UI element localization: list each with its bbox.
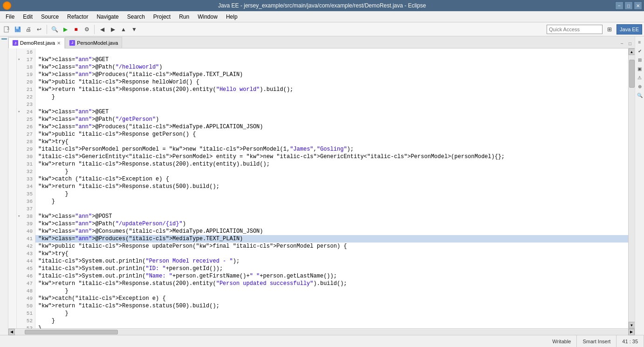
scroll-thumb[interactable] <box>629 60 635 88</box>
maximize-button[interactable]: □ <box>624 1 633 10</box>
code-line[interactable]: "kw">public "italic-cls">Response getPer… <box>35 131 628 138</box>
code-line[interactable]: "kw">class="ann">@POST <box>35 213 628 220</box>
menu-help[interactable]: Help <box>222 13 241 21</box>
open-perspective-button[interactable]: ⊞ <box>604 24 615 35</box>
code-line[interactable]: "kw">class="ann">@Path("/getPerson") <box>35 116 628 123</box>
menu-window[interactable]: Window <box>194 13 221 21</box>
code-line[interactable]: "italic-cls">System.out.println("ID: "+p… <box>35 265 628 272</box>
code-line[interactable] <box>35 49 628 56</box>
code-line[interactable]: "kw">class="ann">@Produces("italic-cls">… <box>35 71 628 78</box>
menu-refactor[interactable]: Refactor <box>63 13 92 21</box>
tab-personmodel-icon: J <box>69 40 75 46</box>
code-line[interactable]: "italic-cls">PersonModel personModel = "… <box>35 146 628 153</box>
line-number: 41 <box>17 235 35 243</box>
line-number: 32 <box>17 168 35 175</box>
menu-file[interactable]: File <box>2 13 18 21</box>
tb-build-button[interactable]: ⚙ <box>82 24 92 35</box>
tab-demorest-close[interactable]: ✕ <box>57 41 61 46</box>
rs-outline-icon[interactable]: ≡ <box>636 38 644 46</box>
code-line[interactable]: } <box>35 198 628 205</box>
code-line[interactable]: "kw">class="ann">@GET <box>35 56 628 63</box>
quick-access-input[interactable] <box>547 25 603 34</box>
fold-indicator[interactable]: ▾ <box>18 56 20 63</box>
code-line[interactable]: "kw">return "italic-cls">Response.status… <box>35 183 628 190</box>
gutter-icon-1 <box>1 38 7 40</box>
gutter-line <box>8 287 16 295</box>
tb-next-button[interactable]: ▶ <box>108 24 118 35</box>
tab-minimize-button[interactable]: − <box>618 40 626 47</box>
menu-edit[interactable]: Edit <box>19 13 36 21</box>
code-line[interactable]: "kw">public "italic-cls">Response helloW… <box>35 78 628 86</box>
code-line[interactable]: "kw">class="ann">@Produces("italic-cls">… <box>35 123 628 131</box>
rs-task-icon[interactable]: ✔ <box>636 47 644 55</box>
scroll-down-arrow[interactable]: ▼ <box>629 322 635 328</box>
menu-navigate[interactable]: Navigate <box>93 13 122 21</box>
line-number: 19 <box>17 71 35 78</box>
fold-indicator[interactable]: ▾ <box>18 213 20 220</box>
tab-personmodel[interactable]: J PersonModel.java <box>65 37 122 48</box>
code-line[interactable]: "italic-cls">GenericEntity<"italic-cls">… <box>35 153 628 160</box>
rs-bookmarks-icon[interactable]: ⊞ <box>636 56 644 63</box>
h-scroll-left-arrow[interactable]: ◀ <box>8 329 15 335</box>
code-line[interactable]: } <box>35 93 628 101</box>
code-line[interactable]: "kw">class="ann">@GET <box>35 108 628 116</box>
code-line[interactable]: } <box>35 190 628 198</box>
code-line[interactable]: "italic-cls">System.out.println("Name: "… <box>35 272 628 280</box>
code-line[interactable]: "kw">return "italic-cls">Response.status… <box>35 86 628 93</box>
tb-save-button[interactable] <box>13 24 23 35</box>
code-line[interactable]: "kw">try{ <box>35 250 628 257</box>
tb-stop-button[interactable]: ■ <box>71 24 81 35</box>
h-scroll-right-arrow[interactable]: ▶ <box>628 329 635 335</box>
code-line[interactable]: } <box>35 310 628 317</box>
tb-new-button[interactable] <box>2 24 12 35</box>
status-insert-mode: Smart Insert <box>577 335 617 347</box>
code-line[interactable]: } <box>35 168 628 175</box>
h-scroll-track[interactable] <box>15 329 628 335</box>
fold-indicator[interactable]: ▾ <box>18 108 20 116</box>
tb-prev-button[interactable]: ◀ <box>97 24 107 35</box>
minimize-button[interactable]: − <box>615 1 623 10</box>
tb-history-button[interactable]: ↩ <box>34 24 44 35</box>
rs-problems-icon[interactable]: ⚠ <box>636 74 644 81</box>
code-line[interactable]: "kw">return "italic-cls">Response.status… <box>35 302 628 310</box>
code-line[interactable]: "kw">class="ann">@Consumes("italic-cls">… <box>35 228 628 235</box>
menu-search[interactable]: Search <box>123 13 149 21</box>
menu-source[interactable]: Source <box>37 13 62 21</box>
tb-run-button[interactable]: ▶ <box>60 24 70 35</box>
code-line[interactable]: "kw">catch("italic-cls">Exception e) { <box>35 295 628 302</box>
tab-maximize-button[interactable]: □ <box>626 40 634 47</box>
code-content[interactable]: "kw">class="ann">@GET "kw">class="ann">@… <box>35 49 628 328</box>
code-line[interactable]: "kw">try{ <box>35 138 628 146</box>
rs-console-icon[interactable]: ▣ <box>636 65 644 72</box>
java-ee-perspective-button[interactable]: Java EE <box>617 24 642 35</box>
rs-hierarchy-icon[interactable]: ⊕ <box>636 83 644 90</box>
code-line[interactable] <box>35 101 628 108</box>
gutter-line <box>8 160 16 168</box>
code-line[interactable]: } <box>35 317 628 325</box>
tab-demorest[interactable]: J DemoRest.java ✕ <box>8 37 65 49</box>
h-scroll-thumb[interactable] <box>25 330 118 334</box>
rs-search-icon[interactable]: 🔍 <box>636 91 644 99</box>
code-line[interactable]: "kw">return "italic-cls">Response.status… <box>35 280 628 287</box>
code-line[interactable]: "kw">class="ann">@Produces("italic-cls">… <box>35 235 628 243</box>
code-line[interactable]: "kw">class="ann">@Path("/updatePerson/{i… <box>35 220 628 228</box>
tb-print-button[interactable]: 🖨 <box>23 24 34 35</box>
code-line[interactable]: "italic-cls">System.out.println("Person … <box>35 257 628 265</box>
tb-up-button[interactable]: ▲ <box>118 24 129 35</box>
code-line[interactable]: "kw">catch ("italic-cls">Exception e) { <box>35 175 628 183</box>
menu-project[interactable]: Project <box>150 13 174 21</box>
code-line[interactable] <box>35 205 628 213</box>
scroll-up-arrow[interactable]: ▲ <box>629 49 635 55</box>
code-line[interactable]: } <box>35 287 628 295</box>
code-line[interactable]: "kw">class="ann">@Path("/helloworld") <box>35 63 628 71</box>
code-line[interactable]: "kw">public "italic-cls">Response update… <box>35 243 628 250</box>
tb-down-button[interactable]: ▼ <box>129 24 139 35</box>
code-line[interactable]: "kw">return "italic-cls">Response.status… <box>35 160 628 168</box>
close-button[interactable]: ✕ <box>634 1 642 10</box>
gutter-line <box>8 235 16 243</box>
menu-run[interactable]: Run <box>175 13 193 21</box>
scroll-track[interactable] <box>629 55 635 322</box>
tab-demorest-icon: J <box>13 40 18 46</box>
code-line[interactable]: } <box>35 325 628 328</box>
tb-debug-button[interactable]: 🔍 <box>49 24 60 35</box>
